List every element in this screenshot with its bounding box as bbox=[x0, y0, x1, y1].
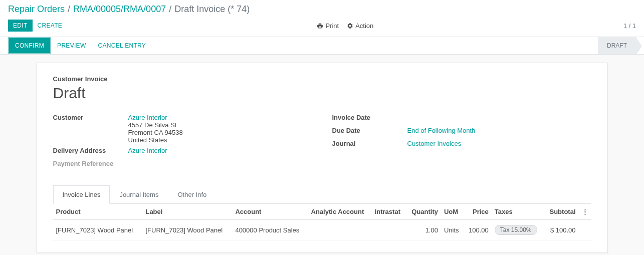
gear-icon bbox=[347, 23, 353, 29]
customer-link[interactable]: Azure Interior bbox=[128, 114, 167, 121]
breadcrumb-sep: / bbox=[68, 4, 70, 15]
due-date-label: Due Date bbox=[332, 127, 407, 134]
cell-analytic bbox=[308, 220, 372, 240]
pager-total: 1 bbox=[632, 22, 636, 30]
page-title: Draft bbox=[53, 85, 591, 102]
preview-button[interactable]: Preview bbox=[51, 37, 92, 54]
col-quantity[interactable]: Quantity bbox=[406, 204, 441, 220]
pager-current: 1 bbox=[623, 22, 627, 30]
tabs: Invoice Lines Journal Items Other Info bbox=[53, 185, 591, 204]
address-line2: Fremont CA 94538 bbox=[128, 129, 183, 136]
breadcrumb-current: Draft Invoice (* 74) bbox=[174, 4, 250, 15]
customer-label: Customer bbox=[53, 114, 128, 121]
payment-ref-label: Payment Reference bbox=[53, 160, 128, 167]
cell-account: 400000 Product Sales bbox=[232, 220, 308, 240]
col-product[interactable]: Product bbox=[53, 204, 143, 220]
table-row[interactable]: [FURN_7023] Wood Panel [FURN_7023] Wood … bbox=[53, 220, 591, 240]
col-intrastat[interactable]: Intrastat bbox=[372, 204, 406, 220]
journal-value[interactable]: Customer Invoices bbox=[407, 140, 462, 147]
action-label: Action bbox=[355, 22, 373, 30]
col-menu-icon[interactable]: ⋮ bbox=[579, 204, 591, 220]
tab-invoice-lines[interactable]: Invoice Lines bbox=[53, 185, 110, 204]
breadcrumb-sep: / bbox=[169, 4, 171, 15]
main-content: Customer Invoice Draft Customer Azure In… bbox=[0, 55, 644, 255]
cell-price: 100.00 bbox=[464, 220, 492, 240]
due-date-value[interactable]: End of Following Month bbox=[407, 127, 476, 134]
tax-pill: Tax 15.00% bbox=[495, 225, 537, 235]
statusbar: Confirm Preview Cancel Entry Draft bbox=[0, 37, 644, 55]
cell-uom: Units bbox=[441, 220, 464, 240]
col-taxes[interactable]: Taxes bbox=[492, 204, 544, 220]
cell-taxes: Tax 15.00% bbox=[492, 220, 544, 240]
form-right-column: Invoice Date Due Date End of Following M… bbox=[332, 114, 591, 173]
col-uom[interactable]: UoM bbox=[441, 204, 464, 220]
form-sheet: Customer Invoice Draft Customer Azure In… bbox=[37, 63, 608, 253]
cell-subtotal: $ 100.00 bbox=[544, 220, 578, 240]
print-icon bbox=[317, 23, 323, 29]
cancel-entry-button[interactable]: Cancel Entry bbox=[92, 37, 152, 54]
pager[interactable]: 1 / 1 bbox=[623, 22, 636, 30]
print-button[interactable]: Print bbox=[317, 22, 339, 30]
cell-menu bbox=[579, 220, 591, 240]
cell-product: [FURN_7023] Wood Panel bbox=[53, 220, 143, 240]
control-bar: Edit Create Print Action 1 / 1 bbox=[0, 17, 644, 37]
journal-label: Journal bbox=[332, 140, 407, 147]
confirm-button[interactable]: Confirm bbox=[8, 37, 51, 54]
invoice-lines-table: Product Label Account Analytic Account I… bbox=[53, 204, 591, 240]
action-button[interactable]: Action bbox=[347, 22, 373, 30]
customer-value: Azure Interior 4557 De Silva St Fremont … bbox=[128, 114, 312, 144]
col-account[interactable]: Account bbox=[232, 204, 308, 220]
col-subtotal[interactable]: Subtotal bbox=[544, 204, 578, 220]
address-line1: 4557 De Silva St bbox=[128, 121, 177, 129]
delivery-link[interactable]: Azure Interior bbox=[128, 147, 167, 154]
invoice-date-label: Invoice Date bbox=[332, 114, 407, 121]
cell-quantity: 1.00 bbox=[406, 220, 441, 240]
address-country: United States bbox=[128, 136, 167, 144]
col-analytic[interactable]: Analytic Account bbox=[308, 204, 372, 220]
create-button[interactable]: Create bbox=[33, 20, 68, 32]
breadcrumb-root[interactable]: Repair Orders bbox=[8, 4, 65, 15]
col-label[interactable]: Label bbox=[142, 204, 232, 220]
form-left-column: Customer Azure Interior 4557 De Silva St… bbox=[53, 114, 312, 173]
cell-intrastat bbox=[372, 220, 406, 240]
cell-label: [FURN_7023] Wood Panel bbox=[142, 220, 232, 240]
section-title: Customer Invoice bbox=[53, 75, 591, 83]
breadcrumb: Repair Orders / RMA/00005/RMA/0007 / Dra… bbox=[0, 0, 644, 17]
edit-button[interactable]: Edit bbox=[8, 20, 33, 32]
status-badge: Draft bbox=[598, 37, 636, 54]
tab-other-info[interactable]: Other Info bbox=[168, 185, 216, 204]
tab-journal-items[interactable]: Journal Items bbox=[110, 185, 168, 204]
col-price[interactable]: Price bbox=[464, 204, 492, 220]
breadcrumb-path[interactable]: RMA/00005/RMA/0007 bbox=[73, 4, 166, 15]
print-label: Print bbox=[325, 22, 339, 30]
delivery-label: Delivery Address bbox=[53, 147, 128, 154]
